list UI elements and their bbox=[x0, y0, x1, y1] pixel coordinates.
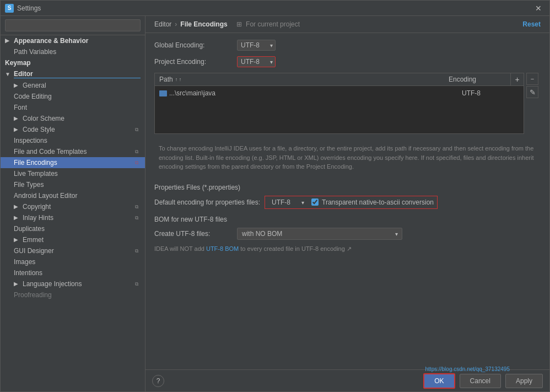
transparent-conversion-checkbox[interactable] bbox=[311, 198, 319, 206]
breadcrumb-separator: › bbox=[175, 20, 177, 28]
sidebar-item-gui-designer[interactable]: GUI Designer ⧉ bbox=[1, 245, 145, 256]
sidebar-item-file-encodings[interactable]: File Encodings ⧉ bbox=[1, 157, 145, 168]
sidebar-item-color-scheme[interactable]: ▶ Color Scheme bbox=[1, 113, 145, 124]
encodings-table: Path ↑ Encoding + ...\src\main\java U bbox=[154, 73, 524, 134]
bom-section: BOM for new UTF-8 files Create UTF-8 fil… bbox=[154, 216, 541, 253]
copy-icon-ih: ⧉ bbox=[133, 214, 141, 222]
sidebar-item-path-variables[interactable]: Path Variables bbox=[1, 46, 145, 57]
copy-icon-gui: ⧉ bbox=[133, 247, 141, 255]
table-row[interactable]: ...\src\main\java UTF-8 bbox=[155, 86, 524, 100]
copy-icon-fe: ⧉ bbox=[133, 159, 141, 167]
copy-icon-li: ⧉ bbox=[133, 280, 141, 288]
project-encoding-label: Project Encoding: bbox=[154, 58, 237, 66]
apply-button[interactable]: Apply bbox=[505, 374, 543, 388]
for-current-project-label: ⊞ For current project bbox=[236, 20, 300, 28]
sidebar-item-android-layout-editor[interactable]: Android Layout Editor bbox=[1, 190, 145, 201]
sidebar-item-proofreading[interactable]: Proofreading bbox=[1, 289, 145, 300]
settings-window: S Settings ✕ ▶ Appearance & Behavior Pat… bbox=[0, 0, 550, 392]
encoding-info-text: To change encoding IntelliJ IDEA uses fo… bbox=[154, 139, 541, 176]
color-scheme-arrow: ▶ bbox=[14, 115, 20, 122]
expand-icon-editor: ▼ bbox=[5, 71, 12, 78]
code-style-arrow: ▶ bbox=[14, 126, 20, 133]
copy-icon-cr: ⧉ bbox=[133, 203, 141, 211]
cancel-button[interactable]: Cancel bbox=[460, 374, 501, 388]
main-header: Editor › File Encodings ⊞ For current pr… bbox=[145, 16, 549, 33]
sidebar-item-appearance[interactable]: ▶ Appearance & Behavior bbox=[1, 35, 145, 46]
sidebar-item-keymap[interactable]: Keymap bbox=[1, 57, 145, 68]
folder-icon bbox=[159, 90, 167, 96]
properties-section-title: Properties Files (*.properties) bbox=[154, 184, 541, 191]
bom-info-text: IDEA will NOT add UTF-8 BOM to every cre… bbox=[154, 245, 541, 253]
url-hint: https://blog.csdn.net/qq_37132495 bbox=[425, 366, 510, 372]
sidebar-item-inspections[interactable]: Inspections bbox=[1, 135, 145, 146]
sidebar-item-file-types[interactable]: File Types bbox=[1, 179, 145, 190]
dialog-buttons: https://blog.csdn.net/qq_37132495 OK Can… bbox=[423, 373, 543, 389]
expand-icon: ▶ bbox=[5, 37, 12, 44]
create-utf8-dropdown[interactable]: with NO BOM bbox=[237, 228, 402, 240]
sidebar-item-editor[interactable]: ▼ Editor bbox=[1, 68, 145, 80]
ok-button[interactable]: OK bbox=[423, 373, 455, 389]
transparent-conversion-label: Transparent native-to-ascii conversion bbox=[311, 198, 434, 206]
global-encoding-dropdown-wrapper: UTF-8 bbox=[237, 40, 276, 51]
li-arrow: ▶ bbox=[14, 281, 20, 287]
properties-encoding-dropdown-wrapper: UTF-8 bbox=[268, 197, 307, 207]
sidebar-item-inlay-hints[interactable]: ▶ Inlay Hints ⧉ bbox=[1, 212, 145, 223]
sidebar-item-file-code-templates[interactable]: File and Code Templates ⧉ bbox=[1, 146, 145, 157]
close-button[interactable]: ✕ bbox=[532, 3, 545, 14]
path-cell: ...\src\main\java bbox=[155, 88, 457, 99]
sidebar-item-code-style[interactable]: ▶ Code Style ⧉ bbox=[1, 124, 145, 135]
main-body: Global Encoding: UTF-8 Project Encoding:… bbox=[145, 33, 549, 369]
properties-encoding-dropdown[interactable]: UTF-8 bbox=[268, 197, 307, 207]
copyright-arrow: ▶ bbox=[14, 203, 20, 210]
sort-icon: ↑ bbox=[175, 77, 182, 82]
sidebar-item-intentions[interactable]: Intentions bbox=[1, 267, 145, 278]
for-project-icon: ⊞ bbox=[236, 20, 242, 28]
search-input[interactable] bbox=[5, 19, 141, 31]
main-content: Editor › File Encodings ⊞ For current pr… bbox=[145, 16, 549, 391]
sidebar-item-general[interactable]: ▶ General bbox=[1, 80, 145, 91]
sidebar-item-copyright[interactable]: ▶ Copyright ⧉ bbox=[1, 201, 145, 212]
remove-encoding-button[interactable]: − bbox=[526, 73, 538, 85]
project-encoding-dropdown[interactable]: UTF-8 bbox=[237, 56, 276, 67]
path-column-header[interactable]: Path ↑ bbox=[155, 73, 444, 85]
create-utf8-row: Create UTF-8 files: with NO BOM bbox=[154, 228, 541, 240]
global-encoding-row: Global Encoding: UTF-8 bbox=[154, 40, 541, 51]
sidebar-item-emmet[interactable]: ▶ Emmet bbox=[1, 234, 145, 245]
create-utf8-label: Create UTF-8 files: bbox=[154, 230, 237, 238]
sidebar-item-font[interactable]: Font bbox=[1, 102, 145, 113]
add-encoding-button[interactable]: + bbox=[510, 73, 524, 85]
emmet-arrow: ▶ bbox=[14, 237, 20, 243]
table-empty-space bbox=[155, 100, 524, 133]
global-encoding-label: Global Encoding: bbox=[154, 41, 237, 49]
table-side-buttons: − ✎ bbox=[526, 73, 538, 99]
encodings-table-wrapper: Path ↑ Encoding + ...\src\main\java U bbox=[154, 73, 524, 134]
encoding-column-header: Encoding bbox=[444, 73, 510, 85]
bom-section-title: BOM for new UTF-8 files bbox=[154, 216, 541, 223]
sidebar-item-duplicates[interactable]: Duplicates bbox=[1, 223, 145, 234]
encoding-cell: UTF-8 bbox=[457, 88, 524, 99]
help-button[interactable]: ? bbox=[152, 375, 164, 387]
edit-encoding-button[interactable]: ✎ bbox=[526, 86, 538, 98]
breadcrumb-parent: Editor bbox=[154, 20, 171, 28]
general-arrow: ▶ bbox=[14, 82, 20, 89]
sidebar-item-language-injections[interactable]: ▶ Language Injections ⧉ bbox=[1, 278, 145, 289]
sidebar-item-live-templates[interactable]: Live Templates bbox=[1, 168, 145, 179]
project-encoding-dropdown-wrapper: UTF-8 bbox=[237, 56, 276, 67]
copy-icon-fct: ⧉ bbox=[133, 148, 141, 155]
bottom-bar: ? https://blog.csdn.net/qq_37132495 OK C… bbox=[145, 369, 549, 391]
reset-button[interactable]: Reset bbox=[522, 20, 541, 28]
sidebar-item-code-editing[interactable]: Code Editing bbox=[1, 91, 145, 102]
global-encoding-dropdown[interactable]: UTF-8 bbox=[237, 40, 276, 51]
bom-link[interactable]: UTF-8 BOM bbox=[206, 245, 239, 252]
window-title: Settings bbox=[17, 4, 532, 12]
sidebar-item-images[interactable]: Images bbox=[1, 256, 145, 267]
sidebar: ▶ Appearance & Behavior Path Variables K… bbox=[1, 16, 145, 391]
default-encoding-label: Default encoding for properties files: bbox=[154, 198, 265, 206]
table-header: Path ↑ Encoding + bbox=[155, 73, 524, 86]
inlay-arrow: ▶ bbox=[14, 214, 20, 221]
sidebar-tree: ▶ Appearance & Behavior Path Variables K… bbox=[1, 35, 145, 391]
breadcrumb-current: File Encodings bbox=[180, 20, 227, 28]
default-encoding-row: Default encoding for properties files: U… bbox=[154, 196, 541, 209]
bom-dropdown-wrapper: with NO BOM bbox=[237, 228, 402, 240]
title-bar: S Settings ✕ bbox=[1, 1, 549, 16]
